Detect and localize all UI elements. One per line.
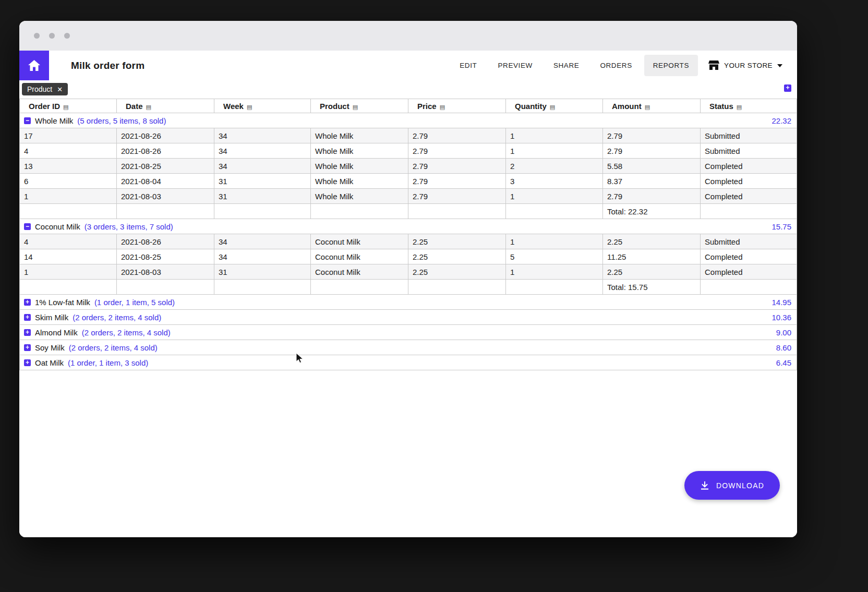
group-total: 8.60 (776, 343, 792, 352)
expand-group-icon[interactable]: + (24, 344, 31, 351)
group-name: 1% Low-fat Milk (35, 298, 90, 307)
empty-cell (214, 204, 311, 219)
column-menu-icon (550, 104, 555, 111)
table-row: 132021-08-2534Whole Milk2.7925.58Complet… (20, 159, 797, 174)
add-column-button[interactable] (784, 84, 791, 92)
group-total-row: Total: 15.75 (20, 280, 797, 295)
column-header-quantity[interactable]: Quantity (506, 99, 603, 113)
column-header-week[interactable]: Week (214, 99, 311, 113)
cell-quantity: 1 (506, 189, 603, 204)
table-row: 42021-08-2634Coconut Milk2.2512.25Submit… (20, 234, 797, 249)
group-cell: −Whole Milk(5 orders, 5 items, 8 sold)22… (20, 113, 797, 128)
column-label: Amount (612, 102, 642, 111)
cell-product: Whole Milk (311, 128, 408, 143)
group-cell: +Skim Milk(2 orders, 2 items, 4 sold)10.… (20, 310, 797, 325)
page-title: Milk order form (71, 60, 144, 71)
nav-item-edit[interactable]: EDIT (451, 55, 486, 76)
expand-group-icon[interactable]: + (24, 314, 31, 321)
cell-date: 2021-08-25 (117, 159, 214, 174)
group-total: 15.75 (771, 222, 792, 231)
empty-cell (506, 280, 603, 295)
nav-item-reports[interactable]: REPORTS (644, 55, 698, 76)
cell-date: 2021-08-04 (117, 174, 214, 189)
nav-item-orders[interactable]: ORDERS (591, 55, 641, 76)
group-summary: (2 orders, 2 items, 4 sold) (73, 313, 161, 322)
group-name: Coconut Milk (35, 222, 80, 231)
report-toolbar: Product (19, 80, 797, 99)
empty-cell (311, 204, 408, 219)
column-header-date[interactable]: Date (117, 99, 214, 113)
cell-order-id: 17 (20, 128, 117, 143)
table-row: 12021-08-0331Coconut Milk2.2512.25Comple… (20, 264, 797, 280)
cell-week: 34 (214, 143, 311, 159)
group-cell: +Oat Milk(1 order, 1 item, 3 sold)6.45 (20, 355, 797, 370)
column-header-product[interactable]: Product (311, 99, 408, 113)
group-total: 10.36 (771, 313, 792, 322)
window-control-dot[interactable] (64, 33, 70, 39)
column-header-amount[interactable]: Amount (603, 99, 701, 113)
cell-order-id: 6 (20, 174, 117, 189)
cell-price: 2.79 (408, 189, 506, 204)
cell-status: Submitted (701, 143, 797, 159)
column-header-order-id[interactable]: Order ID (20, 99, 117, 113)
cell-product: Whole Milk (311, 174, 408, 189)
cell-price: 2.79 (408, 159, 506, 174)
cell-week: 34 (214, 128, 311, 143)
home-button[interactable] (19, 51, 49, 80)
collapse-group-icon[interactable]: − (24, 223, 31, 230)
close-icon[interactable] (57, 85, 63, 93)
expand-group-icon[interactable]: + (24, 359, 31, 366)
group-line: −Coconut Milk(3 orders, 3 items, 7 sold)… (24, 222, 792, 231)
collapse-group-icon[interactable]: − (24, 117, 31, 124)
empty-cell (701, 204, 797, 219)
table-row: 42021-08-2634Whole Milk2.7912.79Submitte… (20, 143, 797, 159)
cell-price: 2.25 (408, 249, 506, 264)
window-control-dot[interactable] (34, 33, 40, 39)
column-label: Quantity (515, 102, 547, 111)
group-name: Almond Milk (35, 328, 78, 337)
cell-status: Completed (701, 249, 797, 264)
table-row: 142021-08-2534Coconut Milk2.25511.25Comp… (20, 249, 797, 264)
expand-group-icon[interactable]: + (24, 329, 31, 336)
cell-amount: 5.58 (603, 159, 701, 174)
home-icon (28, 60, 40, 71)
window-control-dot[interactable] (49, 33, 55, 39)
group-row: +Almond Milk(2 orders, 2 items, 4 sold)9… (20, 325, 797, 340)
store-menu-button[interactable]: YOUR STORE (708, 61, 782, 70)
empty-cell (408, 280, 506, 295)
cell-price: 2.79 (408, 143, 506, 159)
empty-cell (117, 204, 214, 219)
cell-week: 31 (214, 189, 311, 204)
nav-item-share[interactable]: SHARE (545, 55, 588, 76)
app-window: Milk order form EDIT PREVIEW SHARE ORDER… (19, 21, 797, 537)
cell-status: Completed (701, 159, 797, 174)
cell-order-id: 13 (20, 159, 117, 174)
group-row: +Soy Milk(2 orders, 2 items, 4 sold)8.60 (20, 340, 797, 355)
expand-group-icon[interactable]: + (24, 299, 31, 306)
cell-quantity: 2 (506, 159, 603, 174)
column-label: Price (417, 102, 437, 111)
column-header-status[interactable]: Status (701, 99, 797, 113)
cell-amount: 8.37 (603, 174, 701, 189)
group-line: +Skim Milk(2 orders, 2 items, 4 sold)10.… (24, 313, 792, 322)
group-by-chip[interactable]: Product (22, 83, 68, 95)
cell-price: 2.79 (408, 174, 506, 189)
cell-amount: 2.79 (603, 189, 701, 204)
cell-order-id: 4 (20, 234, 117, 249)
app-header: Milk order form EDIT PREVIEW SHARE ORDER… (19, 51, 797, 80)
group-name: Soy Milk (35, 343, 65, 352)
window-titlebar (19, 21, 797, 51)
report-table-body: −Whole Milk(5 orders, 5 items, 8 sold)22… (20, 113, 797, 370)
download-button[interactable]: DOWNLOAD (684, 471, 780, 500)
chevron-down-icon (777, 64, 782, 67)
cell-amount: 11.25 (603, 249, 701, 264)
column-header-price[interactable]: Price (408, 99, 506, 113)
nav-item-preview[interactable]: PREVIEW (489, 55, 541, 76)
cell-quantity: 1 (506, 143, 603, 159)
cell-date: 2021-08-26 (117, 143, 214, 159)
table-row: 62021-08-0431Whole Milk2.7938.37Complete… (20, 174, 797, 189)
cell-order-id: 1 (20, 264, 117, 280)
cell-status: Completed (701, 264, 797, 280)
report-table-head: Order ID Date Week Product Price Quantit… (20, 99, 797, 113)
empty-cell (20, 280, 117, 295)
